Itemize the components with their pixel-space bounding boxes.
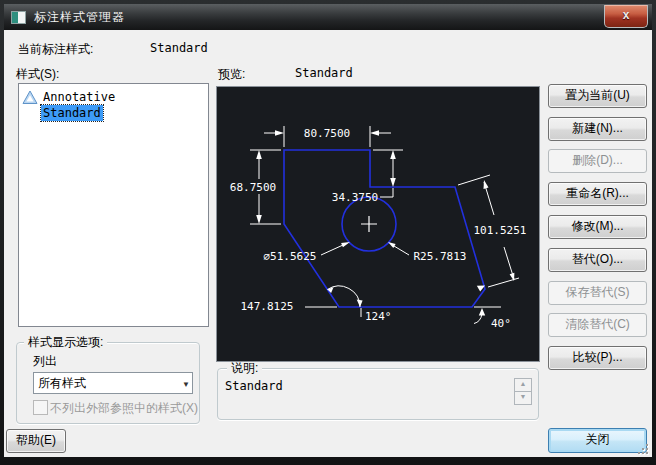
dim-diameter-label: ∅51.5625 — [264, 250, 317, 263]
preview-canvas: 80.7500 68.7500 34.3750 101.5251 ∅51.562… — [217, 87, 537, 359]
description-text: Standard — [225, 379, 283, 393]
dimension-style-manager-dialog: 标注样式管理器 x 当前标注样式: Standard 样式(S): 预览: St… — [0, 0, 656, 465]
compare-button[interactable]: 比较(P)... — [548, 346, 647, 370]
resize-grip[interactable] — [638, 444, 650, 456]
dim-angle-left-label: 124° — [365, 310, 392, 323]
dim-radius-label: R25.7813 — [414, 250, 467, 263]
hide-xref-checkbox[interactable] — [33, 400, 48, 415]
delete-button[interactable]: 删除(D)... — [548, 149, 647, 173]
dialog-body: 当前标注样式: Standard 样式(S): 预览: Standard Ann… — [4, 30, 652, 457]
dim-angle-right-label: 40° — [491, 317, 511, 330]
current-style-value: Standard — [150, 41, 208, 55]
modify-button[interactable]: 修改(M)... — [548, 215, 647, 239]
dimension-arrows — [256, 130, 514, 315]
description-group-label: 说明: — [227, 362, 262, 374]
style-item-label-selected: Standard — [41, 105, 103, 121]
dim-slant-label: 101.5251 — [474, 224, 527, 237]
style-preview-pane: 80.7500 68.7500 34.3750 101.5251 ∅51.562… — [216, 86, 540, 362]
style-item-label: Annotative — [43, 89, 115, 105]
style-list-item-annotative[interactable]: Annotative — [19, 89, 208, 105]
title-bar: 标注样式管理器 x — [4, 4, 652, 30]
help-button[interactable]: 帮助(E) — [6, 429, 66, 453]
preview-style-name: Standard — [295, 66, 353, 80]
preview-label: 预览: — [218, 66, 245, 83]
window-title: 标注样式管理器 — [34, 9, 125, 26]
description-group — [217, 368, 539, 420]
current-style-label: 当前标注样式: — [18, 41, 93, 58]
dim-step-label: 34.3750 — [332, 191, 378, 204]
close-button[interactable]: 关闭 — [548, 428, 647, 453]
dim-left-label: 68.7500 — [230, 181, 276, 194]
style-filter-dropdown[interactable]: 所有样式 ▼ — [33, 372, 193, 394]
dim-top-label: 80.7500 — [304, 127, 350, 140]
chevron-down-icon: ▼ — [182, 376, 190, 394]
description-scroll-up-icon[interactable]: ▲ — [514, 378, 532, 392]
center-mark-icon — [361, 216, 377, 232]
save-override-button[interactable]: 保存替代(S) — [548, 281, 647, 305]
rename-button[interactable]: 重命名(R)... — [548, 182, 647, 206]
close-icon[interactable]: x — [604, 5, 648, 28]
style-list-item-standard[interactable]: Standard — [19, 105, 208, 121]
dim-bottom-label: 147.8125 — [241, 300, 294, 313]
style-list[interactable]: Annotative Standard — [18, 83, 209, 327]
list-filter-label: 列出 — [33, 353, 57, 370]
new-button[interactable]: 新建(N)... — [548, 117, 647, 141]
hide-xref-checkbox-label: 不列出外部参照中的样式(X) — [50, 400, 198, 417]
display-options-group-label: 样式显示选项: — [24, 336, 107, 348]
preview-polygon — [284, 150, 485, 307]
description-scroll-down-icon[interactable]: ▼ — [514, 391, 532, 405]
override-button[interactable]: 替代(O)... — [548, 248, 647, 272]
style-filter-value: 所有样式 — [38, 374, 86, 392]
clear-override-button[interactable]: 清除替代(C) — [548, 313, 647, 337]
app-icon — [11, 11, 26, 24]
set-current-button[interactable]: 置为当前(U) — [548, 84, 647, 108]
styles-list-label: 样式(S): — [16, 66, 59, 83]
